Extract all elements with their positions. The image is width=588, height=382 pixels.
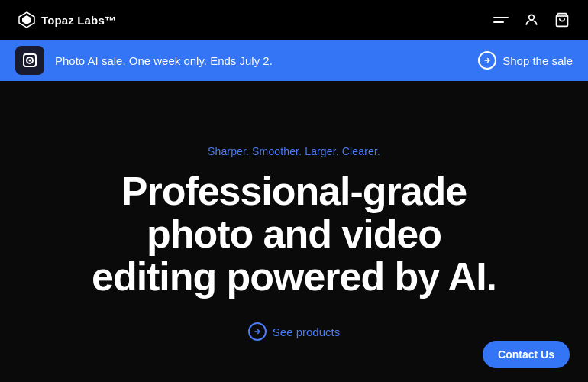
photo-ai-icon	[21, 52, 38, 69]
banner-left: Photo AI sale. One week only. Ends July …	[15, 46, 273, 75]
nav-icons	[493, 12, 570, 28]
hero-tagline: Sharper. Smoother. Larger. Clearer.	[208, 145, 380, 157]
hero-section: Sharper. Smoother. Larger. Clearer. Prof…	[0, 81, 588, 382]
contact-us-button[interactable]: Contact Us	[483, 341, 570, 368]
see-products-label: See products	[273, 325, 340, 338]
cart-icon[interactable]	[554, 12, 570, 28]
shop-sale-circle-arrow	[478, 51, 496, 70]
menu-button[interactable]	[493, 17, 509, 23]
logo-text: Topaz Labs™	[41, 14, 116, 27]
svg-marker-1	[22, 15, 31, 24]
promo-banner: Photo AI sale. One week only. Ends July …	[0, 40, 588, 81]
svg-point-2	[529, 15, 535, 20]
account-icon[interactable]	[524, 12, 539, 28]
banner-text: Photo AI sale. One week only. Ends July …	[55, 54, 273, 67]
hero-title: Professional-grade photo and video editi…	[92, 170, 496, 298]
photo-ai-app-icon	[15, 46, 44, 75]
shop-sale-button[interactable]: Shop the sale	[478, 51, 573, 70]
navbar: Topaz Labs™	[0, 0, 588, 40]
hero-title-line1: Professional-grade	[121, 169, 467, 213]
topaz-logo-icon	[18, 11, 35, 28]
see-products-circle-arrow	[248, 322, 267, 341]
hero-title-line2: photo and video	[147, 212, 441, 256]
see-products-button[interactable]: See products	[248, 322, 340, 341]
logo[interactable]: Topaz Labs™	[18, 11, 116, 28]
shop-sale-label: Shop the sale	[502, 54, 573, 67]
hero-title-line3: editing powered by AI.	[92, 254, 496, 299]
svg-point-6	[29, 60, 31, 62]
